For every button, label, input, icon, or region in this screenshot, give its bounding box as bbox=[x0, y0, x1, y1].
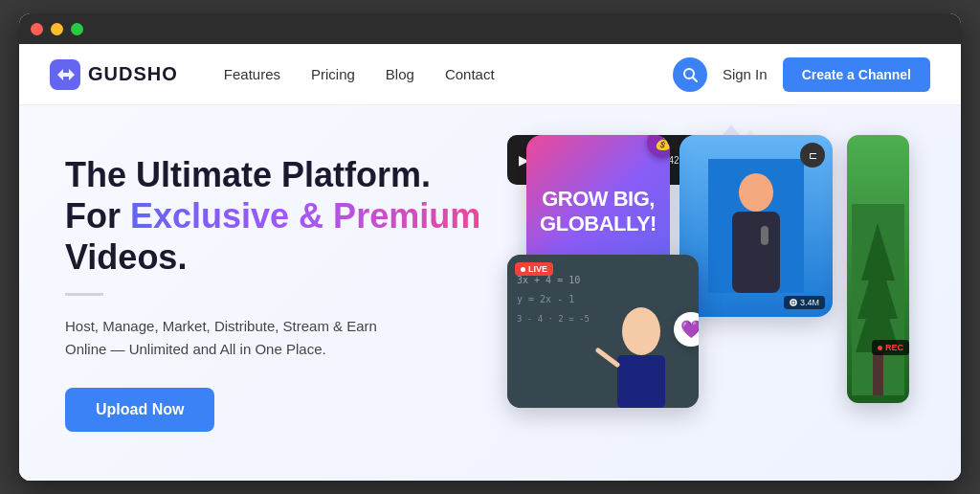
rec-badge: REC bbox=[872, 340, 909, 355]
navbar: GUDSHO Features Pricing Blog Contact Sig… bbox=[19, 44, 961, 105]
nav-contact[interactable]: Contact bbox=[445, 66, 495, 82]
live-dot bbox=[521, 267, 525, 272]
svg-point-6 bbox=[739, 173, 773, 212]
hero-title: The Ultimate Platform. For Exclusive & P… bbox=[65, 154, 486, 279]
close-button[interactable] bbox=[31, 23, 43, 35]
maximize-button[interactable] bbox=[71, 23, 83, 35]
views-badge: 3.4M bbox=[784, 296, 825, 309]
nav-features[interactable]: Features bbox=[224, 66, 280, 82]
share-badge: ⊏ bbox=[800, 143, 825, 168]
browser-window: GUDSHO Features Pricing Blog Contact Sig… bbox=[19, 13, 961, 481]
hero-title-line1: The Ultimate Platform. bbox=[65, 155, 431, 194]
upload-now-button[interactable]: Upload Now bbox=[65, 388, 214, 432]
nav-links: Features Pricing Blog Contact bbox=[224, 66, 673, 82]
browser-content: GUDSHO Features Pricing Blog Contact Sig… bbox=[19, 44, 961, 481]
hero-left: The Ultimate Platform. For Exclusive & P… bbox=[65, 154, 486, 433]
svg-rect-8 bbox=[761, 226, 768, 245]
person-card: ⊏ 3.4M bbox=[679, 135, 833, 317]
video-collage: GROW BIG, GLOBALLY! 💰 bbox=[507, 135, 909, 451]
hero-title-line3: Videos. bbox=[65, 237, 187, 277]
logo-area[interactable]: GUDSHO bbox=[50, 59, 178, 90]
forest-visual bbox=[852, 204, 904, 395]
svg-rect-7 bbox=[732, 212, 780, 293]
money-badge: 💰 bbox=[647, 135, 670, 158]
hero-subtitle: Host, Manage, Market, Distribute, Stream… bbox=[65, 315, 486, 361]
nav-pricing[interactable]: Pricing bbox=[311, 66, 355, 82]
logo-icon bbox=[50, 59, 80, 90]
signin-button[interactable]: Sign In bbox=[723, 66, 768, 82]
nav-right: Sign In Create a Channel bbox=[673, 57, 930, 92]
svg-text:3x + 4 = 10: 3x + 4 = 10 bbox=[517, 275, 580, 285]
svg-point-10 bbox=[791, 302, 794, 304]
person-card-inner: ⊏ 3.4M bbox=[679, 135, 833, 317]
teacher-visual: 3x + 4 = 10 y = 2x - 1 3 - 4 · 2 = -5 bbox=[507, 255, 699, 408]
svg-line-2 bbox=[693, 78, 697, 81]
rec-label: REC bbox=[885, 343, 903, 352]
svg-rect-21 bbox=[617, 355, 665, 408]
hero-title-highlight: Exclusive & Premium bbox=[130, 196, 480, 236]
svg-rect-15 bbox=[873, 352, 883, 395]
views-count: 3.4M bbox=[800, 298, 819, 307]
logo-text: GUDSHO bbox=[88, 63, 178, 85]
svg-point-20 bbox=[622, 307, 660, 355]
grow-text: GROW BIG, GLOBALLY! bbox=[526, 171, 670, 253]
svg-text:3 - 4 · 2 = -5: 3 - 4 · 2 = -5 bbox=[517, 314, 590, 324]
svg-text:y = 2x - 1: y = 2x - 1 bbox=[517, 294, 574, 304]
hero-right: GROW BIG, GLOBALLY! 💰 bbox=[486, 121, 930, 465]
hero-section: The Ultimate Platform. For Exclusive & P… bbox=[19, 105, 961, 481]
nav-blog[interactable]: Blog bbox=[386, 66, 414, 82]
rec-dot bbox=[878, 346, 882, 350]
search-icon bbox=[682, 67, 698, 82]
title-divider bbox=[65, 293, 103, 296]
nature-card: REC bbox=[847, 135, 909, 403]
nature-card-inner: REC bbox=[847, 135, 909, 403]
title-bar bbox=[19, 13, 961, 44]
teacher-card: 3x + 4 = 10 y = 2x - 1 3 - 4 · 2 = -5 LI… bbox=[507, 255, 699, 408]
search-button[interactable] bbox=[673, 57, 707, 92]
eye-icon bbox=[790, 299, 797, 306]
person-silhouette bbox=[708, 159, 804, 293]
minimize-button[interactable] bbox=[51, 23, 63, 35]
hero-title-line2-plain: For bbox=[65, 196, 130, 236]
live-badge: LIVE bbox=[515, 262, 553, 276]
live-label: LIVE bbox=[528, 264, 547, 274]
create-channel-button[interactable]: Create a Channel bbox=[783, 57, 930, 92]
